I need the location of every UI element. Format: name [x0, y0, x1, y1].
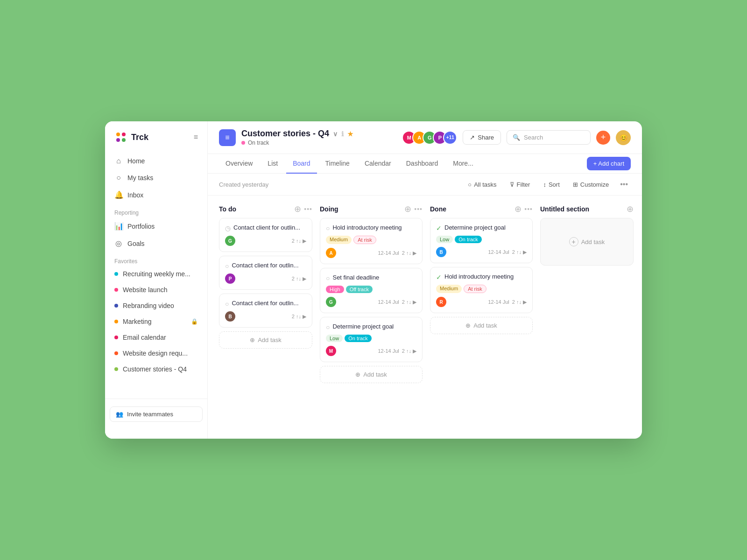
add-task-label: Add task — [473, 322, 497, 329]
task-title: ○ Determine project goal — [326, 323, 416, 331]
column-todo: To do ⊕ ••• ◷ Contact client for outlin.… — [219, 205, 312, 349]
task-title: ○ Contact client for outlin... — [225, 262, 306, 270]
sidebar-item-portfolios[interactable]: 📊 Portfolios — [110, 218, 203, 234]
sort-button[interactable]: ↕ Sort — [538, 179, 564, 190]
app-name: Trck — [131, 133, 148, 142]
doing-column-more-icon[interactable]: ••• — [414, 205, 423, 213]
sidebar-item-customer-stories[interactable]: Customer stories - Q4 — [110, 362, 203, 377]
add-task-icon: ⊕ — [355, 371, 360, 378]
tab-overview[interactable]: Overview — [219, 154, 259, 174]
tab-timeline[interactable]: Timeline — [319, 154, 356, 174]
task-meta: 12-14 Jul 2 ↑↓ ▶ — [488, 249, 527, 255]
tab-calendar-label: Calendar — [365, 160, 391, 167]
recruiting-label: Recruiting weekly me... — [123, 270, 190, 278]
customize-button[interactable]: ⊞ Customize — [568, 179, 613, 190]
task-footer: P 2 ↑↓ ▶ — [225, 273, 306, 284]
add-done-task-icon[interactable]: ⊕ — [514, 205, 521, 213]
menu-icon[interactable]: ≡ — [194, 133, 198, 141]
task-meta: 12-14 Jul 2 ↑↓ ▶ — [488, 299, 527, 305]
task-check-icon: ○ — [225, 262, 229, 270]
column-todo-title: To do — [219, 205, 291, 213]
share-button[interactable]: ↗ Share — [463, 130, 501, 145]
add-task-circle-button[interactable]: + Add task — [569, 237, 605, 246]
invite-label: Invite teammates — [127, 411, 173, 418]
task-check-icon: ○ — [326, 323, 330, 331]
add-chart-button[interactable]: + Add chart — [587, 157, 631, 170]
task-badges: Low On track — [436, 236, 527, 243]
main-content: ≡ Customer stories - Q4 ∨ ℹ ★ On track M… — [208, 121, 642, 439]
tab-list[interactable]: List — [261, 154, 284, 174]
todo-column-more-icon[interactable]: ••• — [304, 205, 312, 213]
reporting-nav: 📊 Portfolios ◎ Goals — [105, 218, 207, 252]
task-card[interactable]: ○ Hold introductory meeting Medium At ri… — [320, 218, 423, 264]
tab-more[interactable]: More... — [446, 154, 480, 174]
task-card[interactable]: ○ Contact client for outlin... B 2 ↑↓ ▶ — [219, 294, 312, 328]
search-box[interactable]: 🔍 Search — [507, 130, 591, 145]
tab-dashboard[interactable]: Dashboard — [400, 154, 445, 174]
add-task-button-todo[interactable]: ⊕ Add task — [219, 331, 312, 349]
svg-point-2 — [116, 138, 120, 142]
star-icon[interactable]: ★ — [347, 130, 353, 138]
sidebar-inbox-label: Inbox — [127, 191, 143, 199]
subtask-count: 2 ↑↓ ▶ — [512, 299, 527, 305]
goals-icon: ◎ — [114, 239, 123, 248]
task-card[interactable]: ✓ Determine project goal Low On track B … — [430, 218, 533, 263]
task-card[interactable]: ○ Contact client for outlin... P 2 ↑↓ ▶ — [219, 256, 312, 290]
sidebar-item-inbox[interactable]: 🔔 Inbox — [110, 187, 203, 203]
add-task-button-doing[interactable]: ⊕ Add task — [320, 366, 423, 383]
invite-teammates-button[interactable]: 👥 Invite teammates — [110, 406, 203, 422]
subtask-count: 2 ↑↓ ▶ — [292, 238, 306, 244]
tab-calendar[interactable]: Calendar — [358, 154, 398, 174]
tab-board[interactable]: Board — [286, 154, 317, 174]
user-avatar[interactable]: 😊 — [616, 130, 631, 145]
task-badges: High Off track — [326, 286, 416, 293]
avatar-count: +11 — [443, 131, 457, 145]
app-window: Trck ≡ ⌂ Home ○ My tasks 🔔 Inbox Reporti… — [105, 121, 642, 439]
done-column-more-icon[interactable]: ••• — [524, 205, 533, 213]
add-untitled-task-icon[interactable]: ⊕ — [627, 205, 634, 213]
sidebar-item-my-tasks[interactable]: ○ My tasks — [110, 170, 203, 186]
sidebar-item-website-launch[interactable]: Website launch — [110, 282, 203, 297]
add-button[interactable]: + — [596, 131, 610, 145]
column-doing-header: Doing ⊕ ••• — [320, 205, 423, 213]
portfolios-icon: 📊 — [114, 222, 123, 231]
home-icon: ⌂ — [114, 157, 123, 165]
column-todo-header: To do ⊕ ••• — [219, 205, 312, 213]
task-meta: 2 ↑↓ ▶ — [292, 238, 306, 244]
task-date: 12-14 Jul — [488, 249, 509, 255]
add-doing-task-icon[interactable]: ⊕ — [404, 205, 411, 213]
goals-label: Goals — [127, 240, 145, 247]
sidebar-item-email-calendar[interactable]: Email calendar — [110, 330, 203, 345]
project-header: ≡ Customer stories - Q4 ∨ ℹ ★ On track M… — [208, 121, 642, 154]
tab-board-label: Board — [293, 160, 310, 167]
invite-icon: 👥 — [116, 411, 123, 418]
all-tasks-button[interactable]: ○ All tasks — [463, 179, 501, 190]
task-check-icon: ○ — [326, 274, 330, 282]
sort-icon: ↕ — [543, 181, 546, 188]
sidebar-item-marketing[interactable]: Marketing 🔒 — [110, 314, 203, 329]
task-card[interactable]: ◷ Contact client for outlin... G 2 ↑↓ ▶ — [219, 218, 312, 252]
filter-button[interactable]: ⊽ Filter — [505, 179, 535, 190]
task-card[interactable]: ✓ Hold introductory meeting Medium At ri… — [430, 267, 533, 313]
sidebar-item-goals[interactable]: ◎ Goals — [110, 235, 203, 252]
badge-off-track: Off track — [346, 286, 373, 293]
sidebar-item-recruiting[interactable]: Recruiting weekly me... — [110, 266, 203, 281]
sidebar-item-rebranding[interactable]: Rebranding video — [110, 298, 203, 313]
task-title: ✓ Determine project goal — [436, 224, 527, 232]
add-task-button-done[interactable]: ⊕ Add task — [430, 317, 533, 334]
sidebar-item-home[interactable]: ⌂ Home — [110, 153, 203, 169]
column-untitled-title: Untitled section — [540, 205, 624, 213]
badge-on-track: On track — [455, 236, 482, 243]
chevron-down-icon[interactable]: ∨ — [333, 130, 338, 138]
task-card[interactable]: ○ Determine project goal Low On track M … — [320, 317, 423, 362]
favorites-nav: Recruiting weekly me... Website launch R… — [105, 266, 207, 378]
task-footer: M 12-14 Jul 2 ↑↓ ▶ — [326, 346, 416, 356]
sidebar-item-website-design[interactable]: Website design requ... — [110, 346, 203, 361]
portfolios-label: Portfolios — [127, 223, 155, 230]
toolbar-more-button[interactable]: ••• — [617, 178, 631, 190]
all-tasks-label: All tasks — [474, 181, 496, 188]
badge-high: High — [326, 286, 344, 293]
add-todo-task-icon[interactable]: ⊕ — [294, 205, 301, 213]
website-design-label: Website design requ... — [123, 350, 188, 357]
task-card[interactable]: ○ Set final deadline High Off track G 12… — [320, 268, 423, 313]
